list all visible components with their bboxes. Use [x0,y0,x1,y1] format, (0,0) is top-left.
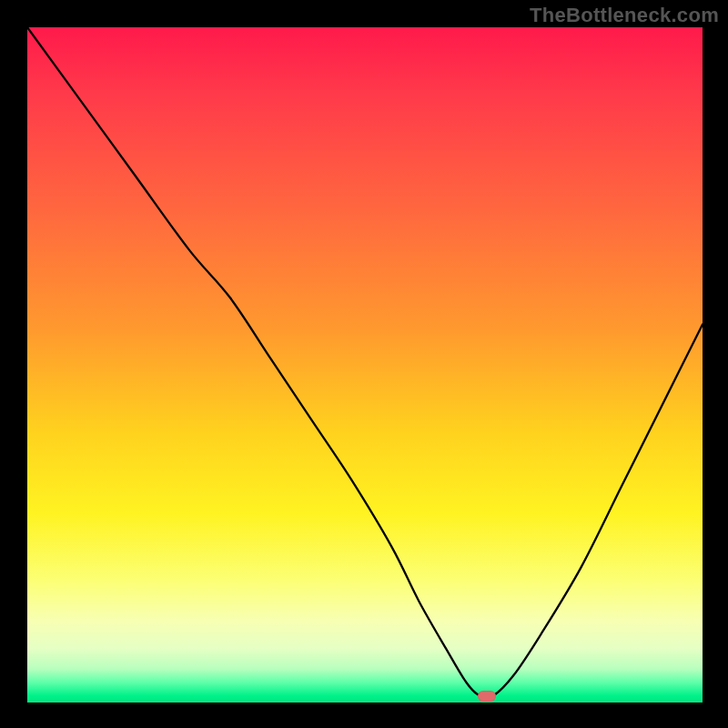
plot-area [27,27,703,703]
chart-frame: TheBottleneck.com [0,0,728,728]
bottleneck-curve [27,27,703,698]
trough-marker [478,691,496,702]
watermark-text: TheBottleneck.com [530,4,719,27]
curve-svg [27,27,703,703]
